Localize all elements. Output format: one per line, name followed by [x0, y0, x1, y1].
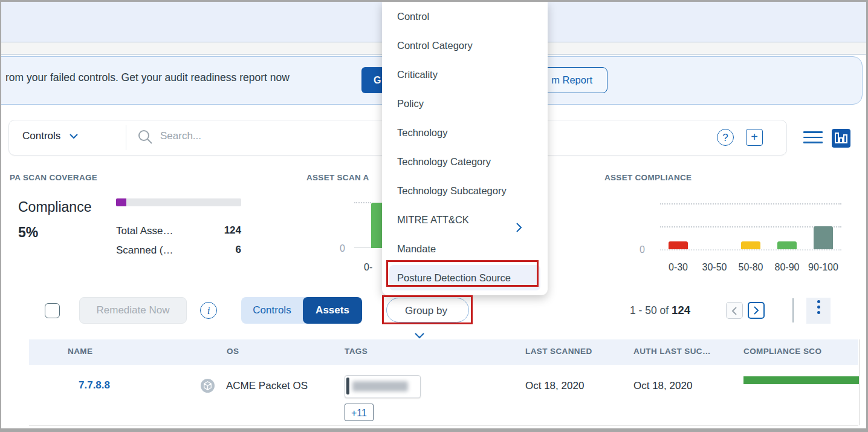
tag-chip-redacted[interactable]	[345, 375, 421, 398]
column-chart-icon[interactable]	[832, 129, 850, 148]
compliance-bar-chart	[660, 203, 841, 249]
coverage-progress-bar	[116, 198, 241, 206]
compliance-x-label: 80-90	[769, 262, 805, 273]
divider	[792, 298, 794, 322]
compliance-x-labels: 0-3030-5050-8080-9090-100	[660, 262, 841, 274]
total-assets-label: Total Asse…	[116, 225, 173, 237]
scan-age-x-label: 0-	[364, 262, 372, 273]
compliance-bar-90-100	[814, 226, 833, 249]
compliance-x-label: 50-80	[733, 262, 769, 273]
coverage-progress-fill	[116, 198, 126, 206]
menu-item-technology-category[interactable]: Technology Category	[382, 147, 548, 176]
auth-last-success-value: Oct 18, 2020	[633, 380, 692, 392]
scrollbar[interactable]	[859, 339, 860, 425]
col-os[interactable]: OS	[227, 347, 239, 356]
col-auth-last-success[interactable]: AUTH LAST SUC…	[633, 347, 711, 356]
scan-age-gridline	[354, 202, 371, 203]
menu-item-policy[interactable]: Policy	[382, 89, 548, 118]
help-icon[interactable]: ?	[717, 129, 734, 146]
tag-blurred-text	[352, 381, 408, 391]
compliance-label: Compliance	[18, 199, 91, 215]
scanned-value: 6	[236, 244, 241, 256]
search-icon	[137, 129, 153, 147]
pagination-range: 1 - 50 of 124	[630, 304, 690, 317]
info-icon[interactable]: i	[200, 302, 217, 319]
asset-name-link[interactable]: 7.7.8.8	[79, 379, 110, 391]
menu-item-criticality[interactable]: Criticality	[382, 60, 548, 89]
controls-assets-toggle: Controls Assets	[241, 297, 362, 324]
scanned-label: Scanned (…	[116, 244, 173, 257]
menu-item-control[interactable]: Control	[382, 2, 548, 31]
col-compliance-score[interactable]: COMPLIANCE SCO	[743, 347, 821, 356]
chevron-down-icon	[70, 130, 78, 142]
divider	[126, 125, 126, 150]
compliance-bar-80-90	[777, 241, 797, 249]
remediate-now-button[interactable]: Remediate Now	[79, 297, 187, 324]
search-scope-dropdown[interactable]: Controls	[22, 130, 78, 142]
hamburger-icon[interactable]	[803, 131, 823, 147]
menu-item-mandate[interactable]: Mandate	[382, 234, 548, 263]
os-icon	[201, 379, 215, 393]
annotation-box-posture-detection-source	[386, 260, 539, 287]
menu-item-label: MITRE ATT&CK	[397, 214, 469, 225]
total-assets-value: 124	[224, 224, 241, 237]
compliance-x-label: 0-30	[660, 262, 696, 273]
tag-accent-bar	[346, 378, 349, 394]
search-scope-label: Controls	[22, 130, 60, 142]
row-divider	[29, 425, 858, 426]
banner-message: rom your failed controls. Get your audit…	[5, 71, 290, 84]
group-by-menu: Control Control Category Criticality Pol…	[382, 2, 548, 295]
menu-item-technology-subcategory[interactable]: Technology Subcategory	[382, 176, 548, 205]
add-icon[interactable]: +	[746, 129, 763, 146]
toggle-assets[interactable]: Assets	[303, 297, 362, 324]
compliance-score-bar	[743, 376, 860, 384]
compliance-bar-50-80	[741, 241, 760, 249]
compliance-bar-0-30	[669, 241, 688, 249]
compliance-x-label: 90-100	[805, 262, 841, 273]
prev-page-button[interactable]	[726, 302, 743, 319]
compliance-x-label: 30-50	[696, 262, 733, 273]
compliance-percent: 5%	[18, 224, 38, 241]
widget-title-asset-compliance: ASSET COMPLIANCE	[604, 173, 691, 182]
menu-item-control-category[interactable]: Control Category	[382, 31, 548, 60]
tag-more-badge[interactable]: +11	[345, 404, 374, 421]
col-name[interactable]: NAME	[68, 347, 92, 356]
annotation-box-group-by	[382, 295, 473, 324]
scan-age-y-zero: 0	[340, 243, 345, 254]
os-name: ACME Packet OS	[226, 380, 308, 392]
widget-title-asset-scan-age: ASSET SCAN A	[306, 173, 369, 182]
toggle-controls[interactable]: Controls	[241, 297, 303, 324]
last-scanned-value: Oct 18, 2020	[525, 380, 584, 392]
pagination-total: 124	[672, 304, 690, 316]
search-input[interactable]: Search...	[160, 130, 201, 142]
compliance-y-zero: 0	[640, 244, 645, 255]
scan-age-baseline	[354, 247, 371, 248]
select-all-checkbox[interactable]	[45, 303, 60, 318]
widget-title-pa-scan-coverage: PA SCAN COVERAGE	[10, 173, 97, 182]
menu-item-mitre-attck[interactable]: MITRE ATT&CK	[382, 205, 548, 234]
col-last-scanned[interactable]: LAST SCANNED	[525, 347, 592, 356]
menu-item-technology[interactable]: Technology	[382, 118, 548, 147]
compliance-baseline	[660, 249, 841, 250]
col-tags[interactable]: TAGS	[345, 347, 368, 356]
kebab-menu-icon[interactable]	[806, 298, 831, 324]
app-window: rom your failed controls. Get your audit…	[0, 0, 868, 432]
table-header: NAME OS TAGS LAST SCANNED AUTH LAST SUC……	[29, 339, 858, 365]
next-page-button[interactable]	[748, 302, 765, 319]
